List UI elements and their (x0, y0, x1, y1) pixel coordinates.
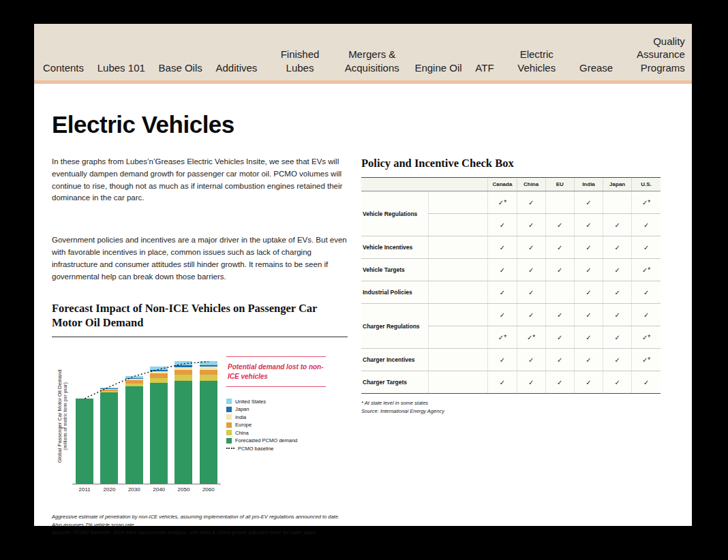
legend-label: Europe (235, 422, 252, 428)
policy-row: Vehicle Regulations✓*✓✓✓* (361, 191, 661, 214)
check-cell: ✓* (632, 191, 661, 214)
check-cell: ✓ (488, 371, 517, 394)
legend-swatch-icon (226, 407, 232, 412)
check-cell: ✓ (632, 236, 661, 259)
row-label: Industrial Policies (361, 281, 428, 304)
check-cell: ✓ (545, 371, 574, 394)
policy-row: Vehicle Incentives✓✓✓✓✓✓ (361, 236, 661, 259)
header-corner-cell (361, 178, 488, 191)
check-cell: ✓ (603, 236, 632, 259)
policy-row: Industrial Policies✓✓✓✓✓ (361, 281, 661, 304)
check-cell: ✓ (603, 326, 632, 349)
check-cell: ✓ (488, 304, 517, 326)
chart-y-axis: Global Passenger Car Motor Oil Demand (m… (52, 348, 72, 484)
check-cell: ✓ (488, 236, 517, 259)
legend-item: PCMO baseline (226, 446, 326, 452)
nav-item-mergers-acquisitions[interactable]: Mergers & Acquisitions (343, 48, 401, 74)
x-tick-2060: 2060 (196, 486, 221, 493)
legend-item: India (226, 414, 326, 420)
check-cell: ✓* (517, 326, 545, 349)
nav-item-additives[interactable]: Additives (215, 61, 257, 75)
spacer-cell (428, 349, 487, 371)
check-cell: ✓ (574, 349, 603, 371)
spacer-cell (428, 326, 487, 349)
chart-heading: Forecast Impact of Non-ICE Vehicles on P… (52, 301, 348, 338)
check-cell: ✓ (574, 214, 603, 236)
left-column: In these graphs from Lubes’n’Greases Ele… (52, 156, 348, 536)
legend-item: China (226, 430, 326, 436)
policy-table-title: Policy and Incentive Check Box (361, 156, 661, 170)
check-cell: ✓* (632, 326, 661, 349)
legend-label: Forecasted PCMO demand (235, 437, 297, 444)
nav-item-lubes-101[interactable]: Lubes 101 (97, 61, 145, 75)
check-cell: ✓ (632, 371, 661, 394)
chart-right-panel: Potential demand lost to non-ICE vehicle… (226, 348, 326, 493)
nav-item-electric-vehicles[interactable]: Electric Vehicles (507, 48, 566, 74)
x-tick-2030: 2030 (122, 486, 147, 493)
check-cell: ✓ (603, 371, 632, 394)
legend-item: Forecasted PCMO demand (226, 437, 326, 444)
nav-item-engine-oil[interactable]: Engine Oil (414, 61, 461, 75)
check-cell: ✓ (574, 259, 603, 281)
nav-item-atf[interactable]: ATF (475, 61, 494, 75)
policy-table: CanadaChinaEUIndiaJapanU.S. Vehicle Regu… (361, 177, 661, 394)
nav-item-finished-lubes[interactable]: Finished Lubes (271, 48, 329, 74)
nav-item-contents[interactable]: Contents (43, 61, 84, 75)
check-cell: ✓ (517, 259, 545, 281)
col-header-us: U.S. (632, 178, 661, 191)
legend-swatch-icon (226, 414, 232, 420)
row-label: Charger Regulations (361, 304, 428, 349)
row-label: Vehicle Regulations (361, 191, 428, 236)
policy-row: Charger Targets✓✓✓✓✓✓ (361, 371, 661, 394)
document-page: ContentsLubes 101Base OilsAdditivesFinis… (34, 24, 692, 526)
row-label: Vehicle Targets (361, 259, 428, 281)
legend-label: PCMO baseline (238, 446, 274, 452)
legend-item: United States (226, 399, 326, 405)
legend-swatch-icon (226, 422, 232, 428)
y-axis-label-line2: (millions of metric tons per year) (63, 370, 67, 463)
legend-swatch-icon (226, 438, 232, 444)
table-footnotes: * At state level in some states Source: … (361, 399, 661, 415)
nav-item-quality-assurance-programs[interactable]: Quality Assurance Programs (626, 35, 685, 75)
legend-swatch-icon (226, 399, 232, 404)
forecast-chart: Global Passenger Car Motor Oil Demand (m… (52, 348, 348, 493)
check-cell: ✓* (488, 326, 517, 349)
check-cell: ✓ (517, 236, 545, 259)
right-column: Policy and Incentive Check Box CanadaChi… (361, 156, 661, 536)
col-header-india: India (574, 178, 603, 191)
check-cell: ✓ (545, 214, 574, 236)
nav-item-base-oils[interactable]: Base Oils (159, 61, 202, 75)
check-cell: ✓ (517, 349, 545, 371)
col-header-japan: Japan (603, 178, 632, 191)
check-cell: ✓ (488, 349, 517, 371)
nav-item-grease[interactable]: Grease (579, 61, 613, 75)
spacer-cell (428, 304, 487, 326)
empty-cell (545, 281, 574, 304)
spacer-cell (428, 281, 487, 304)
chart-legend: United StatesJapanIndiaEuropeChinaForeca… (226, 396, 326, 453)
check-cell: ✓ (488, 281, 517, 304)
col-header-eu: EU (545, 178, 574, 191)
legend-item: Japan (226, 406, 326, 412)
check-cell: ✓ (574, 236, 603, 259)
check-cell: ✓ (632, 304, 661, 326)
check-cell: ✓ (574, 281, 603, 304)
x-tick-2011: 2011 (72, 486, 97, 493)
chart-plot-column: 201120202030204020502060 (72, 348, 221, 493)
x-tick-2040: 2040 (147, 486, 171, 493)
check-cell: ✓ (517, 191, 545, 214)
two-column-layout: In these graphs from Lubes’n’Greases Ele… (52, 156, 661, 536)
policy-table-body: Vehicle Regulations✓*✓✓✓*✓✓✓✓✓✓Vehicle I… (361, 191, 661, 394)
chart-footnote-1: Aggressive estimate of penetration by no… (52, 513, 348, 520)
table-footnote-2: Source: International Energy Agency (361, 407, 661, 415)
intro-paragraph-2: Government policies and incentives are a… (52, 234, 348, 283)
row-label: Vehicle Incentives (361, 236, 428, 259)
policy-table-header-row: CanadaChinaEUIndiaJapanU.S. (361, 178, 661, 191)
chart-bars (72, 348, 221, 484)
check-cell: ✓ (603, 349, 632, 371)
check-cell: ✓ (517, 304, 545, 326)
y-axis-label: Global Passenger Car Motor Oil Demand (m… (57, 370, 67, 463)
check-cell: ✓ (632, 214, 661, 236)
y-axis-label-line1: Global Passenger Car Motor Oil Demand (57, 370, 63, 463)
check-cell: ✓* (488, 191, 517, 214)
